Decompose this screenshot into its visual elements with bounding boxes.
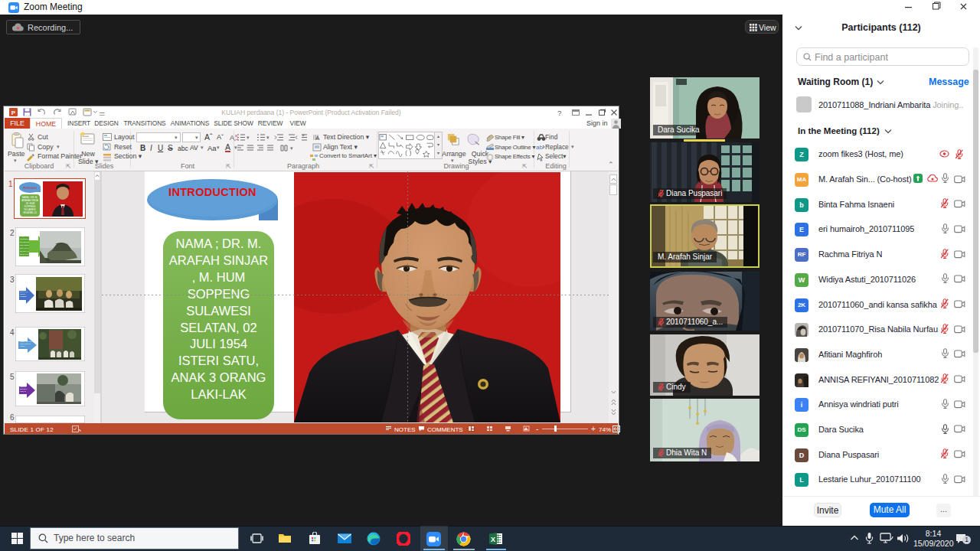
svg-text:S1 UNHAS: S1 UNHAS: [20, 250, 29, 253]
svg-text:KETUA: KETUA: [20, 345, 26, 347]
svg-text:▾: ▾: [290, 145, 293, 151]
svg-text:▾: ▾: [247, 135, 250, 140]
svg-text:SELATAN, 02: SELATAN, 02: [23, 211, 38, 214]
svg-text:S2 UI JAKARTA: S2 UI JAKARTA: [20, 253, 34, 256]
svg-text:X: X: [491, 536, 495, 543]
svg-text:PENDIDIKAN: PENDIDIKAN: [20, 238, 31, 240]
svg-text:▾: ▾: [266, 135, 270, 140]
svg-text:MOTTO: MOTTO: [20, 386, 26, 387]
svg-text:KERAS: KERAS: [20, 390, 26, 392]
svg-text:INTRODU: INTRODU: [23, 186, 37, 190]
svg-text:PENGALAMAN: PENGALAMAN: [20, 341, 32, 342]
svg-text:A: A: [315, 135, 320, 142]
svg-text:DOSEN: DOSEN: [20, 295, 27, 298]
svg-text:ORGANISASI: ORGANISASI: [20, 343, 31, 344]
svg-text:ab: ab: [536, 144, 543, 151]
svg-text:BEKERJA: BEKERJA: [20, 388, 28, 390]
